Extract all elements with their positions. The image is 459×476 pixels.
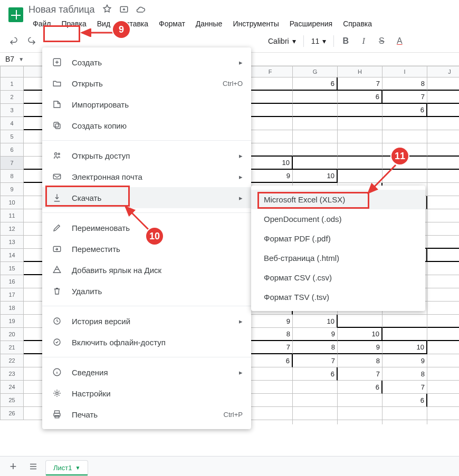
cell[interactable]: 10	[383, 341, 427, 354]
cell[interactable]	[427, 420, 459, 424]
cell[interactable]	[248, 394, 293, 407]
menu-help[interactable]: Справка	[339, 17, 376, 30]
cell[interactable]	[338, 117, 383, 130]
cell[interactable]: 6	[293, 77, 338, 91]
row-header[interactable]: 7	[0, 157, 24, 170]
row-header[interactable]: 10	[0, 196, 24, 209]
cell[interactable]	[338, 315, 383, 328]
submenu-item[interactable]: OpenDocument (.ods)	[251, 209, 425, 229]
menu-format[interactable]: Формат	[155, 17, 189, 30]
cell[interactable]	[248, 117, 293, 130]
cell[interactable]: 7	[427, 104, 459, 117]
cell[interactable]: 9	[293, 328, 338, 341]
menu-item-share[interactable]: Открыть доступ ▸	[42, 145, 251, 166]
cell[interactable]	[383, 130, 427, 143]
cell[interactable]: 10	[248, 157, 293, 170]
menu-item-gear[interactable]: Настройки	[42, 383, 251, 404]
cell[interactable]	[293, 130, 338, 143]
cell[interactable]	[293, 394, 338, 407]
cell[interactable]: 9	[427, 222, 459, 236]
cell[interactable]: 10	[338, 328, 383, 341]
star-icon[interactable]	[102, 4, 112, 15]
row-header[interactable]: 18	[0, 302, 24, 315]
row-header[interactable]: 4	[0, 117, 24, 130]
row-header[interactable]: 1	[0, 77, 24, 91]
cell[interactable]: 10	[427, 354, 459, 367]
cell[interactable]	[293, 143, 338, 157]
cell[interactable]	[338, 407, 383, 420]
menu-file[interactable]: Файл	[28, 17, 55, 30]
menu-item-copy[interactable]: Создать копию	[42, 115, 251, 136]
cell[interactable]: 8	[427, 91, 459, 104]
row-header[interactable]: 5	[0, 130, 24, 143]
document-title[interactable]: Новая таблица	[28, 4, 95, 15]
cell[interactable]	[248, 91, 293, 104]
cell[interactable]	[427, 183, 459, 196]
menu-item-offline[interactable]: Включить офлайн-доступ	[42, 332, 251, 353]
column-header[interactable]: H	[338, 66, 383, 77]
cell[interactable]: 8	[248, 328, 293, 341]
menu-tools[interactable]: Инструменты	[228, 17, 283, 30]
cell[interactable]	[338, 420, 383, 424]
cell[interactable]: 9	[383, 354, 427, 367]
cell[interactable]	[427, 328, 459, 341]
cell[interactable]	[338, 394, 383, 407]
cell[interactable]	[338, 130, 383, 143]
cell[interactable]: 9	[427, 367, 459, 381]
cell[interactable]: 8	[338, 354, 383, 367]
row-header[interactable]: 3	[0, 104, 24, 117]
cell[interactable]: 7	[338, 367, 383, 381]
cell[interactable]	[427, 341, 459, 354]
text-color-button[interactable]: A	[391, 33, 408, 49]
submenu-item[interactable]: Формат TSV (.tsv)	[251, 287, 425, 307]
italic-button[interactable]: I	[355, 33, 372, 49]
cell[interactable]: 8	[427, 236, 459, 249]
submenu-item[interactable]: Формат PDF (.pdf)	[251, 229, 425, 248]
cell[interactable]: 7	[383, 381, 427, 394]
cell[interactable]: 6	[383, 394, 427, 407]
cell[interactable]	[338, 143, 383, 157]
row-header[interactable]: 6	[0, 143, 24, 157]
cell[interactable]: 10	[427, 209, 459, 222]
cell[interactable]	[383, 315, 427, 328]
sheet-tab-1[interactable]: Лист1 ▼	[45, 460, 88, 475]
cell[interactable]	[427, 196, 459, 209]
row-header[interactable]: 17	[0, 288, 24, 302]
menu-item-print[interactable]: Печать Ctrl+P	[42, 404, 251, 425]
select-all-corner[interactable]	[0, 66, 24, 77]
cell[interactable]: 6	[427, 262, 459, 275]
menu-extensions[interactable]: Расширения	[285, 17, 337, 30]
cell[interactable]: 7	[427, 394, 459, 407]
menu-item-plus-box[interactable]: Создать ▸	[42, 52, 251, 73]
cell[interactable]	[383, 420, 427, 424]
cell[interactable]	[248, 381, 293, 394]
row-header[interactable]: 15	[0, 262, 24, 275]
row-header[interactable]: 11	[0, 209, 24, 222]
cell[interactable]	[427, 157, 459, 170]
cell[interactable]	[427, 130, 459, 143]
cell[interactable]	[248, 77, 293, 91]
row-header[interactable]: 2	[0, 91, 24, 104]
cell[interactable]: 6	[293, 367, 338, 381]
cell[interactable]: 7	[293, 354, 338, 367]
font-selector[interactable]: Calibri ▾	[264, 35, 300, 47]
column-header[interactable]: I	[383, 66, 427, 77]
cell[interactable]	[248, 130, 293, 143]
cell[interactable]	[427, 302, 459, 315]
cell[interactable]: 8	[293, 341, 338, 354]
column-header[interactable]: F	[248, 66, 293, 77]
submenu-item[interactable]: Формат CSV (.csv)	[251, 268, 425, 287]
cell[interactable]	[427, 315, 459, 328]
cell[interactable]: 7	[427, 249, 459, 262]
cell[interactable]	[293, 91, 338, 104]
row-header[interactable]: 21	[0, 341, 24, 354]
row-header[interactable]: 9	[0, 183, 24, 196]
cell[interactable]	[383, 407, 427, 420]
cell[interactable]	[248, 407, 293, 420]
cell[interactable]	[293, 420, 338, 424]
cell[interactable]	[248, 420, 293, 424]
cell[interactable]	[383, 328, 427, 341]
row-header[interactable]: 12	[0, 222, 24, 236]
cell[interactable]	[383, 117, 427, 130]
cell[interactable]	[427, 143, 459, 157]
